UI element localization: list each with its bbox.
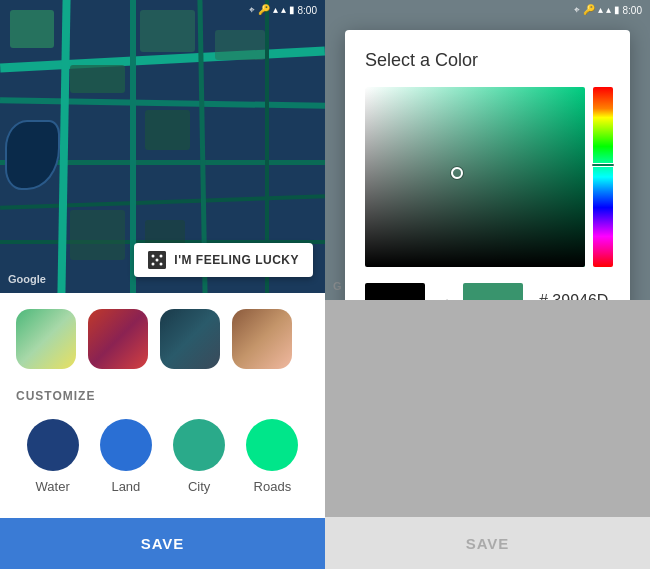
color-circle-land[interactable]: [100, 419, 152, 471]
status-bar-left: ⌖ 🔑 ▴ ▴ ▮ 8:00: [0, 0, 325, 20]
time-right: 8:00: [623, 5, 642, 16]
svg-point-2: [160, 255, 163, 258]
save-label-left: SAVE: [141, 535, 185, 552]
theme-swatch-dark[interactable]: [160, 309, 220, 369]
color-label-water: Water: [36, 479, 70, 494]
customize-label: CUSTOMIZE: [16, 389, 309, 403]
color-label-land: Land: [111, 479, 140, 494]
arrow-icon: →: [435, 291, 453, 301]
color-label-city: City: [188, 479, 210, 494]
theme-swatch-brown[interactable]: [232, 309, 292, 369]
save-label-right: SAVE: [466, 535, 510, 552]
color-picker-dialog: Select a Color → # 39946D: [345, 30, 630, 300]
feeling-lucky-button[interactable]: I'M FEELING LUCKY: [134, 243, 313, 277]
color-circle-water[interactable]: [27, 419, 79, 471]
picker-cursor: [451, 167, 463, 179]
color-item-city[interactable]: City: [164, 419, 234, 494]
dice-icon: [148, 251, 166, 269]
status-icons-left: ⌖ 🔑 ▴ ▴ ▮ 8:00: [249, 4, 317, 16]
dialog-title: Select a Color: [365, 50, 610, 71]
time-left: 8:00: [298, 5, 317, 16]
gradient-dark: [365, 87, 585, 267]
color-item-water[interactable]: Water: [18, 419, 88, 494]
map-area-right: ⌖ 🔑 ▴ ▴ ▮ 8:00 G Select a Color: [325, 0, 650, 300]
color-circle-roads[interactable]: [246, 419, 298, 471]
color-circles: Water Land City Roads: [16, 419, 309, 494]
save-button-left[interactable]: SAVE: [0, 518, 325, 569]
gradient-canvas[interactable]: [365, 87, 585, 267]
feeling-lucky-label: I'M FEELING LUCKY: [174, 253, 299, 267]
theme-swatch-red[interactable]: [88, 309, 148, 369]
theme-swatch-green[interactable]: [16, 309, 76, 369]
color-label-roads: Roads: [254, 479, 292, 494]
map-area-left: ⌖ 🔑 ▴ ▴ ▮ 8:00 Google I'M FEELING LUCKY: [0, 0, 325, 293]
color-item-land[interactable]: Land: [91, 419, 161, 494]
color-item-roads[interactable]: Roads: [237, 419, 307, 494]
right-panel: ⌖ 🔑 ▴ ▴ ▮ 8:00 G Select a Color: [325, 0, 650, 569]
svg-point-3: [152, 263, 155, 266]
color-preview-row: → # 39946D: [365, 283, 610, 300]
save-button-right: SAVE: [325, 517, 650, 569]
color-circle-city[interactable]: [173, 419, 225, 471]
color-picker-area[interactable]: [365, 87, 610, 267]
left-panel: ⌖ 🔑 ▴ ▴ ▮ 8:00 Google I'M FEELING LUCKY: [0, 0, 325, 569]
color-to-swatch: [463, 283, 523, 300]
color-from-swatch: [365, 283, 425, 300]
hue-indicator: [591, 163, 615, 167]
status-bar-right: ⌖ 🔑 ▴ ▴ ▮ 8:00: [325, 0, 650, 20]
svg-point-1: [152, 255, 155, 258]
status-icons-right: ⌖ 🔑 ▴ ▴ ▮ 8:00: [574, 4, 642, 16]
hue-slider[interactable]: [593, 87, 613, 267]
google-label-right: G: [333, 280, 342, 292]
bottom-content: CUSTOMIZE Water Land City Roads: [0, 293, 325, 518]
google-label: Google: [8, 273, 46, 285]
svg-point-5: [156, 259, 159, 262]
hex-value[interactable]: # 39946D: [539, 292, 608, 300]
theme-swatches: [16, 309, 309, 369]
svg-point-4: [160, 263, 163, 266]
